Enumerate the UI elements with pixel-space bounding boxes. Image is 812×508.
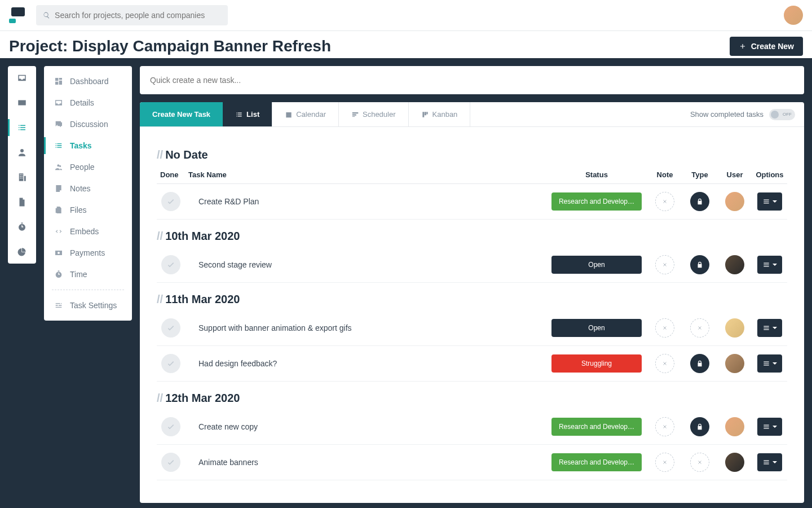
done-toggle[interactable] xyxy=(161,255,180,274)
task-note-empty[interactable] xyxy=(655,192,674,211)
done-toggle[interactable] xyxy=(161,318,180,338)
note-icon xyxy=(54,184,63,193)
chat-icon xyxy=(54,120,63,129)
rail-company[interactable] xyxy=(8,172,36,182)
rail-chart[interactable] xyxy=(8,247,36,257)
sidebar-item-tasks[interactable]: Tasks xyxy=(44,135,132,156)
task-options-button[interactable] xyxy=(757,453,782,471)
task-note-empty[interactable] xyxy=(655,354,674,373)
rail-inbox[interactable] xyxy=(8,73,36,83)
status-badge[interactable]: Research and Develop… xyxy=(551,418,642,436)
status-badge[interactable]: Research and Develop… xyxy=(551,192,642,211)
sidebar-item-embeds[interactable]: Embeds xyxy=(44,221,132,242)
task-options-button[interactable] xyxy=(757,192,782,211)
sidebar-item-time[interactable]: Time xyxy=(44,264,132,285)
sidebar-item-payments[interactable]: Payments xyxy=(44,242,132,264)
done-toggle[interactable] xyxy=(161,192,180,211)
list-icon xyxy=(54,141,63,150)
done-toggle[interactable] xyxy=(161,453,180,472)
menu-icon xyxy=(762,423,770,431)
status-badge[interactable]: Struggling xyxy=(551,354,642,373)
rail-timer[interactable] xyxy=(8,222,36,232)
status-badge[interactable]: Research and Develop… xyxy=(551,453,642,471)
close-icon xyxy=(662,325,668,331)
menu-icon xyxy=(762,261,770,269)
tab-list[interactable]: List xyxy=(223,102,272,126)
task-name[interactable]: Create R&D Plan xyxy=(188,197,546,206)
sidebar-item-task-settings[interactable]: Task Settings xyxy=(44,295,132,316)
user-avatar[interactable] xyxy=(784,6,803,25)
task-options-button[interactable] xyxy=(757,319,782,337)
task-note-empty[interactable] xyxy=(655,255,674,274)
rail-person[interactable] xyxy=(8,147,36,157)
task-type-empty[interactable] xyxy=(690,318,709,338)
task-options-button[interactable] xyxy=(757,418,782,436)
status-badge[interactable]: Open xyxy=(551,319,642,337)
task-name[interactable]: Second stage review xyxy=(188,260,546,269)
menu-icon xyxy=(762,198,770,205)
task-user-avatar[interactable] xyxy=(725,453,744,472)
sidebar-divider xyxy=(52,290,124,290)
task-user-avatar[interactable] xyxy=(725,318,744,338)
search-input[interactable] xyxy=(55,11,221,20)
col-user: User xyxy=(717,170,752,179)
task-note-empty[interactable] xyxy=(655,417,674,436)
sidebar-item-files[interactable]: Files xyxy=(44,199,132,221)
tab-calendar[interactable]: Calendar xyxy=(272,102,339,126)
show-completed-toggle[interactable]: OFF xyxy=(769,109,795,120)
sidebar-item-discussion[interactable]: Discussion xyxy=(44,113,132,135)
files-icon xyxy=(54,205,63,214)
quick-create-bar[interactable] xyxy=(140,66,804,94)
money-icon xyxy=(54,248,63,257)
check-icon xyxy=(166,458,175,467)
sidebar-item-notes[interactable]: Notes xyxy=(44,178,132,199)
task-options-button[interactable] xyxy=(757,354,782,373)
rail-card[interactable] xyxy=(8,98,36,108)
task-user-avatar[interactable] xyxy=(725,192,744,211)
task-row: Second stage reviewOpen xyxy=(157,247,787,283)
view-tabbar: Create New Task List Calendar Scheduler … xyxy=(140,102,804,127)
plus-icon xyxy=(739,42,747,50)
people-icon xyxy=(54,163,63,172)
task-row: Had design feedback?Struggling xyxy=(157,346,787,382)
task-user-avatar[interactable] xyxy=(725,354,744,373)
sidebar-item-dashboard[interactable]: Dashboard xyxy=(44,71,132,92)
tab-kanban[interactable]: Kanban xyxy=(409,102,471,126)
task-options-button[interactable] xyxy=(757,256,782,274)
tab-scheduler[interactable]: Scheduler xyxy=(339,102,409,126)
global-search[interactable] xyxy=(36,5,228,25)
status-badge[interactable]: Open xyxy=(551,256,642,274)
stopwatch-icon xyxy=(54,270,63,279)
rail-tasks[interactable] xyxy=(8,122,36,133)
create-new-button[interactable]: Create New xyxy=(730,37,803,56)
task-name[interactable]: Create new copy xyxy=(188,422,546,431)
col-done: Done xyxy=(157,170,188,179)
app-logo[interactable] xyxy=(9,6,27,24)
task-note-empty[interactable] xyxy=(655,453,674,472)
rail-file[interactable] xyxy=(8,197,36,207)
task-row: Create R&D PlanResearch and Develop… xyxy=(157,184,787,220)
task-user-avatar[interactable] xyxy=(725,255,744,274)
task-type-locked[interactable] xyxy=(690,192,709,211)
icon-rail xyxy=(8,66,36,264)
show-completed-label: Show completed tasks xyxy=(690,110,764,119)
col-type: Type xyxy=(682,170,717,179)
task-name[interactable]: Had design feedback? xyxy=(188,359,546,368)
task-user-avatar[interactable] xyxy=(725,417,744,436)
sidebar-item-details[interactable]: Details xyxy=(44,92,132,113)
task-type-locked[interactable] xyxy=(690,255,709,274)
task-note-empty[interactable] xyxy=(655,318,674,338)
menu-icon xyxy=(762,324,770,332)
tab-create-task[interactable]: Create New Task xyxy=(140,102,223,126)
task-name[interactable]: Animate banners xyxy=(188,458,546,467)
done-toggle[interactable] xyxy=(161,354,180,373)
task-name[interactable]: Support with banner animation & export g… xyxy=(188,323,546,332)
check-icon xyxy=(166,359,175,368)
task-type-empty[interactable] xyxy=(690,453,709,472)
task-type-locked[interactable] xyxy=(690,354,709,373)
task-type-locked[interactable] xyxy=(690,417,709,436)
sidebar-item-people[interactable]: People xyxy=(44,156,132,178)
done-toggle[interactable] xyxy=(161,417,180,436)
quick-create-input[interactable] xyxy=(150,76,794,85)
col-note: Note xyxy=(647,170,682,179)
